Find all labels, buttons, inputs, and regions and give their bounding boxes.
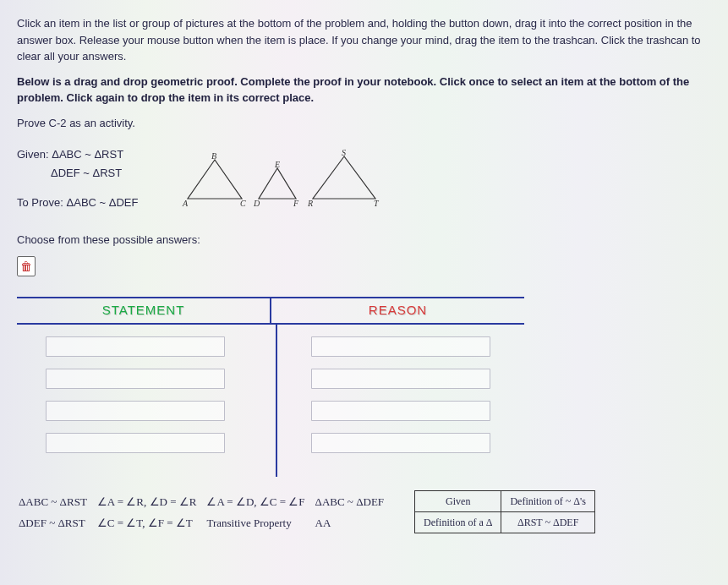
instructions-paragraph-3: Prove C-2 as an activity. [17, 115, 711, 132]
given-label: Given: [17, 148, 49, 161]
vertex-r: R [308, 197, 313, 210]
proof-table-body [17, 325, 524, 477]
vertex-e: E [275, 158, 280, 171]
proof-table: STATEMENT REASON [17, 297, 524, 477]
choose-label: Choose from these possible answers: [17, 232, 711, 249]
header-statement: STATEMENT [102, 303, 185, 317]
given-line-2: ΔDEF ~ ΔRST [17, 165, 152, 182]
reason-slot[interactable] [311, 401, 490, 421]
vertex-f: F [293, 197, 298, 210]
statement-slot[interactable] [46, 401, 225, 421]
given-line-1: Given: ΔABC ~ ΔRST [17, 146, 152, 163]
triangles-figure: B A C E D F S R T [183, 151, 380, 205]
header-statement-cell: STATEMENT [17, 298, 271, 323]
answer-tile[interactable]: Given [415, 490, 501, 511]
svg-marker-1 [259, 168, 296, 199]
answer-tile[interactable]: ΔABC ~ ΔRST [19, 492, 96, 512]
proof-table-header: STATEMENT REASON [17, 297, 524, 325]
answer-tile[interactable]: Definition of a Δ [415, 511, 501, 533]
given-block: Given: ΔABC ~ ΔRST ΔDEF ~ ΔRST To Prove:… [17, 145, 711, 213]
vertex-a: A [183, 197, 188, 210]
svg-marker-0 [188, 160, 242, 199]
answers-row: ΔABC ~ ΔRST ∠A = ∠R, ∠D = ∠R ∠A = ∠D, ∠C… [17, 490, 711, 535]
statement-slot[interactable] [46, 369, 225, 389]
reason-slot[interactable] [311, 369, 490, 389]
to-prove-value: ΔABC ~ ΔDEF [67, 196, 139, 209]
to-prove-line: To Prove: ΔABC ~ ΔDEF [17, 194, 152, 211]
reason-slot[interactable] [311, 433, 490, 453]
header-reason: REASON [369, 303, 427, 317]
to-prove-label: To Prove: [17, 196, 63, 209]
triangle-rst: S R T [308, 151, 380, 205]
svg-marker-2 [313, 156, 375, 199]
vertex-c: C [240, 197, 246, 210]
answer-tile[interactable]: ΔDEF ~ ΔRST [19, 513, 96, 533]
vertex-b: B [211, 150, 216, 162]
statement-column [17, 325, 277, 477]
triangle-def: E D F [254, 163, 301, 205]
statement-slot[interactable] [46, 433, 225, 453]
vertex-s: S [342, 146, 346, 159]
given-value-1: ΔABC ~ ΔRST [52, 148, 123, 161]
answer-tile[interactable]: Transitive Property [206, 513, 313, 533]
statement-slot[interactable] [46, 336, 225, 357]
answer-tile[interactable]: AA [315, 513, 393, 533]
answer-box-table: Given Definition of ~ Δ's Definition of … [414, 490, 595, 533]
header-reason-cell: REASON [271, 298, 524, 323]
answer-tile[interactable]: Definition of ~ Δ's [501, 490, 594, 511]
instructions-paragraph-1: Click an item in the list or group of pi… [17, 15, 711, 65]
answer-tile[interactable]: ∠A = ∠R, ∠D = ∠R [97, 492, 205, 512]
trash-button[interactable]: 🗑 [17, 256, 36, 276]
instructions-paragraph-2: Below is a drag and drop geometric proof… [17, 74, 711, 107]
vertex-t: T [374, 197, 379, 210]
given-text: Given: ΔABC ~ ΔRST ΔDEF ~ ΔRST To Prove:… [17, 145, 152, 213]
answer-tile[interactable]: ΔRST ~ ΔDEF [501, 511, 594, 533]
draggable-answers: ΔABC ~ ΔRST ∠A = ∠R, ∠D = ∠R ∠A = ∠D, ∠C… [17, 490, 394, 535]
reason-column [277, 325, 524, 477]
answer-tile[interactable]: ∠C = ∠T, ∠F = ∠T [97, 513, 205, 533]
answer-tile[interactable]: ∠A = ∠D, ∠C = ∠F [206, 492, 313, 512]
trash-icon: 🗑 [20, 260, 32, 273]
reason-slot[interactable] [311, 336, 490, 357]
triangle-abc: B A C [183, 155, 247, 205]
vertex-d: D [254, 197, 260, 210]
answer-tile[interactable]: ΔABC ~ ΔDEF [315, 492, 393, 512]
